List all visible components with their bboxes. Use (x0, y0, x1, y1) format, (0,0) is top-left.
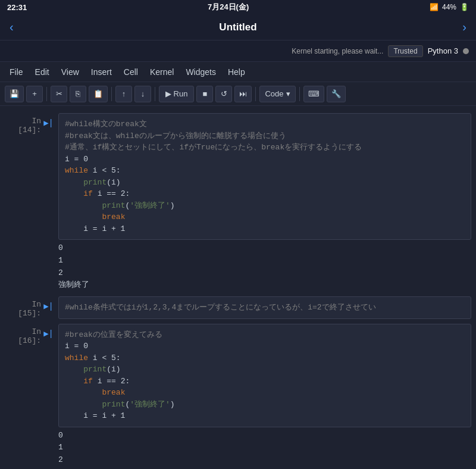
run-button[interactable]: ▶ Run (159, 86, 194, 102)
menu-help[interactable]: Help (228, 67, 245, 77)
cell-14-label: In [14]: (5, 117, 41, 135)
cell-14-body[interactable]: #while構文のbreak文 #break文は、whileのループから強制的に… (58, 113, 471, 240)
menu-insert[interactable]: Insert (91, 67, 112, 77)
cell-14-line-3: #通常、if構文とセットにして、ifがTrueになったら、breakを実行するよ… (65, 142, 465, 154)
cell-16-output-line-2: 1 (58, 442, 471, 454)
cell-16-line-8: i = i + 1 (65, 410, 465, 422)
menu-kernel[interactable]: Kernel (150, 67, 174, 77)
move-down-button[interactable]: ↓ (134, 86, 151, 102)
copy-button[interactable]: ⎘ (70, 86, 86, 102)
cell-14-line-10: i = i + 1 (65, 223, 465, 235)
toolbar-sep-3 (155, 87, 155, 101)
cell-15-line-1: #while条件式ではiが1,2,3,4までループすることになっているが、i=2… (65, 302, 465, 314)
cell-14-output-line-1: 0 (58, 242, 471, 255)
cell-14-line-1: #while構文のbreak文 (65, 118, 465, 130)
status-right: 📶 44% 🔋 (430, 3, 469, 11)
cell-type-label: Code (265, 89, 283, 98)
keyboard-button[interactable]: ⌨ (303, 86, 324, 102)
cell-14-run-icon[interactable]: ▶| (43, 118, 54, 128)
menu-file[interactable]: File (10, 67, 23, 77)
cell-14-prompt: In [14]: ▶| (5, 113, 58, 240)
cell-16-line-1: #breakの位置を変えてみる (65, 329, 465, 341)
python-label: Python 3 (428, 46, 458, 55)
cell-16-line-7: print('強制終了') (65, 399, 465, 411)
cell-14-line-5: while i < 5: (65, 165, 465, 177)
cell-16-output: 0 1 2 (58, 430, 471, 467)
battery-icon: 🔋 (460, 3, 469, 11)
menu-widgets[interactable]: Widgets (186, 67, 216, 77)
cell-15-run-icon[interactable]: ▶| (43, 301, 54, 311)
notebook-title: Untitled (27, 21, 449, 33)
toolbar-sep-2 (111, 87, 112, 101)
kernel-dot (463, 48, 469, 54)
cell-15-label: In [15]: (5, 300, 41, 318)
toolbar-sep-5 (299, 87, 300, 101)
extension-button[interactable]: 🔧 (327, 86, 346, 102)
menu-cell[interactable]: Cell (124, 67, 138, 77)
restart-button[interactable]: ↺ (215, 86, 232, 102)
cell-16-line-3: while i < 5: (65, 352, 465, 364)
cell-16-body[interactable]: #breakの位置を変えてみる i = 0 while i < 5: print… (58, 324, 471, 427)
cell-14: In [14]: ▶| #while構文のbreak文 #break文は、whi… (5, 113, 471, 240)
cell-14-output: 0 1 2 強制終了 (58, 242, 471, 292)
cell-16-line-2: i = 0 (65, 340, 465, 352)
toolbar-sep-4 (255, 87, 256, 101)
cell-14-output-line-3: 2 (58, 267, 471, 280)
add-cell-button[interactable]: + (26, 86, 43, 102)
title-bar: ‹ Untitled › (0, 14, 476, 40)
cell-16-line-4: print(i) (65, 364, 465, 376)
cell-14-output-line-2: 1 (58, 255, 471, 267)
cell-14-output-line-4: 強制終了 (58, 279, 471, 292)
cell-14-line-6: print(i) (65, 177, 465, 189)
cell-15-body[interactable]: #while条件式ではiが1,2,3,4までループすることになっているが、i=2… (58, 296, 471, 319)
cell-15-prompt: In [15]: ▶| (5, 296, 58, 319)
cell-16-label: In [16]: (5, 327, 41, 345)
stop-button[interactable]: ■ (196, 86, 213, 102)
trusted-badge[interactable]: Trusted (388, 45, 422, 57)
toolbar-sep-1 (46, 87, 47, 101)
move-up-button[interactable]: ↑ (115, 86, 132, 102)
battery-status: 44% (442, 3, 456, 11)
cell-type-chevron: ▾ (286, 89, 290, 98)
cell-16-line-6: break (65, 387, 465, 399)
status-bar: 22:31 7月24日(金) 📶 44% 🔋 (0, 0, 476, 14)
cell-16-output-line-3: 2 (58, 454, 471, 467)
menu-bar: File Edit View Insert Cell Kernel Widget… (0, 62, 476, 82)
cell-type-select[interactable]: Code ▾ (259, 86, 295, 102)
status-time: 22:31 (7, 3, 27, 12)
cell-15: In [15]: ▶| #while条件式ではiが1,2,3,4までループするこ… (5, 296, 471, 319)
fast-forward-button[interactable]: ⏭ (234, 86, 252, 102)
kernel-bar: Kernel starting, please wait... Trusted … (0, 40, 476, 62)
cell-14-line-2: #break文は、whileのループから強制的に離脱する場合に使う (65, 130, 465, 142)
back-chevron[interactable]: ‹ (10, 20, 27, 34)
cell-14-line-7: if i == 2: (65, 188, 465, 200)
cell-14-line-4: i = 0 (65, 154, 465, 165)
menu-view[interactable]: View (61, 67, 79, 77)
cell-14-line-9: break (65, 211, 465, 223)
save-button[interactable]: 💾 (5, 86, 24, 102)
cell-16-prompt: In [16]: ▶| (5, 324, 58, 427)
cell-14-line-8: print('強制終了') (65, 200, 465, 212)
cell-16-line-5: if i == 2: (65, 376, 465, 387)
forward-chevron[interactable]: › (449, 20, 466, 34)
cell-16-output-line-1: 0 (58, 430, 471, 442)
menu-edit[interactable]: Edit (35, 67, 49, 77)
cell-16-run-icon[interactable]: ▶| (43, 329, 54, 339)
cell-16: In [16]: ▶| #breakの位置を変えてみる i = 0 while … (5, 324, 471, 427)
wifi-icon: 📶 (430, 3, 439, 11)
paste-button[interactable]: 📋 (89, 86, 108, 102)
toolbar: 💾 + ✂ ⎘ 📋 ↑ ↓ ▶ Run ■ ↺ ⏭ Code ▾ ⌨ 🔧 (0, 82, 476, 106)
status-date: 7月24日(金) (208, 2, 249, 12)
notebook-area: In [14]: ▶| #while構文のbreak文 #break文は、whi… (0, 106, 476, 469)
kernel-status-text: Kernel starting, please wait... (292, 47, 383, 55)
cut-button[interactable]: ✂ (51, 86, 67, 102)
